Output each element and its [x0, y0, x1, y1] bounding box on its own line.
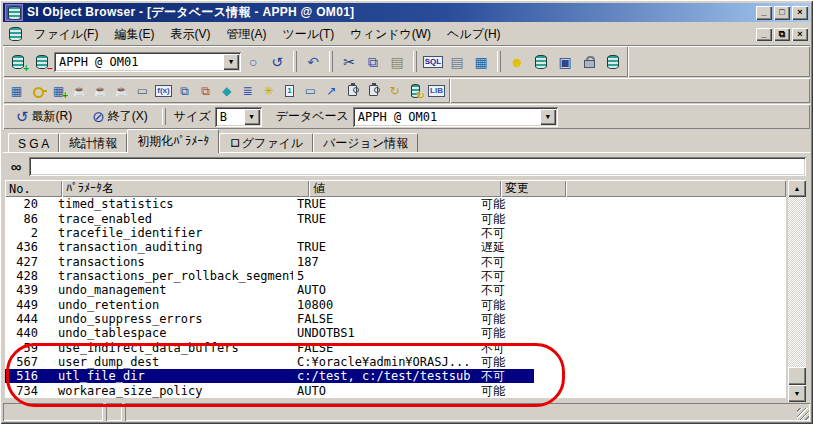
- column-header-0[interactable]: No.: [5, 180, 62, 197]
- sequence-number-button[interactable]: 1: [279, 80, 300, 101]
- column-header-2[interactable]: 値: [309, 180, 501, 197]
- window-compare-button[interactable]: ⧉: [195, 80, 216, 101]
- mdi-close-button[interactable]: ×: [792, 28, 808, 41]
- scrollbar-thumb[interactable]: [788, 367, 806, 385]
- column-header-3[interactable]: 変更: [501, 180, 566, 197]
- menu-item-0[interactable]: ファイル(F): [26, 24, 106, 45]
- copy-button[interactable]: ⧉: [361, 50, 385, 74]
- scroll-up-icon[interactable]: ▲: [788, 180, 806, 197]
- table-row[interactable]: 428transactions_per_rollback_segment5不可: [5, 269, 786, 283]
- db-link-button[interactable]: ↗: [321, 80, 342, 101]
- mdi-minimize-button[interactable]: _: [756, 28, 772, 41]
- table-row[interactable]: 516utl_file_dirc:/test, c:/test/testsub不…: [5, 369, 786, 383]
- rollback-button[interactable]: ↺: [265, 50, 289, 74]
- close-view-button[interactable]: ⊘ 終了(X): [86, 107, 154, 127]
- menu-item-4[interactable]: ツール(T): [274, 24, 342, 45]
- window-button[interactable]: ▭: [300, 80, 321, 101]
- table-button[interactable]: ▦: [6, 80, 27, 101]
- menu-item-2[interactable]: 表示(V): [162, 24, 218, 45]
- cut-button[interactable]: ✂: [337, 50, 361, 74]
- vertical-scrollbar[interactable]: ▲ ▼: [788, 180, 806, 402]
- sql-button[interactable]: SQL: [421, 50, 445, 74]
- window-list-button[interactable]: ⧉: [174, 80, 195, 101]
- lock-button[interactable]: [577, 50, 601, 74]
- package-button[interactable]: ☕: [111, 80, 132, 101]
- chevron-down-icon[interactable]: ▼: [244, 109, 260, 125]
- mdi-restore-button[interactable]: ⧉: [774, 28, 790, 41]
- database-combobox[interactable]: APPH @ OM01 ▼: [353, 107, 558, 127]
- minimize-button[interactable]: _: [756, 6, 772, 20]
- tab-4[interactable]: バージョン情報: [313, 133, 418, 153]
- column-header-1[interactable]: ﾊﾟﾗﾒｰﾀ名: [62, 180, 309, 197]
- mdi-document-icon[interactable]: [9, 27, 22, 41]
- menu-item-3[interactable]: 管理(A): [218, 24, 274, 45]
- search-input[interactable]: [29, 157, 806, 176]
- cell-ﾊﾟﾗﾒｰﾀ名: undo_retention: [54, 298, 293, 312]
- session-button[interactable]: ▣: [553, 50, 577, 74]
- function-button[interactable]: ☕: [90, 80, 111, 101]
- snapshot-log-button[interactable]: [363, 80, 384, 101]
- table-row[interactable]: 427transactions187不可: [5, 254, 786, 268]
- refresh-button[interactable]: ↺ 最新(R): [10, 107, 78, 127]
- paste-button[interactable]: ▤: [385, 50, 409, 74]
- key-button[interactable]: [27, 80, 48, 101]
- database-label: データベース: [276, 108, 349, 125]
- cell-変更: 不可: [477, 369, 534, 383]
- session-combobox[interactable]: APPH @ OM01▼: [54, 52, 241, 72]
- chevron-down-icon[interactable]: ▼: [223, 54, 239, 70]
- table-row[interactable]: 2tracefile_identifier不可: [5, 226, 786, 240]
- script-button[interactable]: ▤: [445, 50, 469, 74]
- table-row[interactable]: 86trace_enabledTRUE可能: [5, 211, 786, 225]
- sequence-button[interactable]: ✳: [258, 80, 279, 101]
- table-body: 20timed_statisticsTRUE可能86trace_enabledT…: [5, 197, 786, 398]
- synonym-button[interactable]: ◆: [216, 80, 237, 101]
- job-button[interactable]: ↻: [384, 80, 405, 101]
- database-button[interactable]: [529, 50, 553, 74]
- connect-database-badge-icon: +: [23, 64, 29, 74]
- status-circle-button[interactable]: ○: [241, 50, 265, 74]
- menu-item-1[interactable]: 編集(E): [106, 24, 162, 45]
- table-row[interactable]: 439undo_managementAUTO不可: [5, 283, 786, 297]
- size-combobox[interactable]: B ▼: [215, 107, 262, 127]
- storage-database-button[interactable]: [601, 50, 625, 74]
- scroll-down-icon[interactable]: ▼: [788, 385, 806, 402]
- menu-item-5[interactable]: ウィンドウ(W): [342, 24, 439, 45]
- status-circle-icon: ○: [249, 55, 257, 69]
- table-row[interactable]: 440undo_tablespaceUNDOTBS1可能: [5, 326, 786, 340]
- table-row[interactable]: 567user_dump_destC:¥oracle¥admin¥ORASJ..…: [5, 355, 786, 369]
- table-row[interactable]: 449undo_retention10800可能: [5, 298, 786, 312]
- menu-item-6[interactable]: ヘルプ(H): [439, 24, 509, 45]
- table-row[interactable]: 444undo_suppress_errorsFALSE可能: [5, 312, 786, 326]
- key-icon: [33, 87, 42, 95]
- snapshot-button[interactable]: [342, 80, 363, 101]
- procedure-button[interactable]: ☕: [69, 80, 90, 101]
- tab-3[interactable]: ログファイル: [219, 133, 313, 153]
- table-row[interactable]: 59use_indirect_data_buffersFALSE不可: [5, 341, 786, 355]
- separator: [497, 51, 501, 73]
- form-button[interactable]: ▭: [132, 80, 153, 101]
- cell-No.: 427: [5, 255, 54, 269]
- cell-値: 5: [293, 269, 477, 283]
- connect-database-button[interactable]: +: [6, 50, 30, 74]
- table-row[interactable]: 436transaction_auditingTRUE遅延: [5, 240, 786, 254]
- maximize-button[interactable]: □: [774, 6, 790, 20]
- search-binoculars-icon[interactable]: ∞: [5, 157, 27, 176]
- resize-grip[interactable]: [797, 408, 809, 420]
- close-button[interactable]: ×: [792, 6, 808, 20]
- tab-0[interactable]: S G A: [8, 133, 59, 153]
- table-row[interactable]: 734workarea_size_policyAUTO可能: [5, 384, 786, 398]
- function-def-button[interactable]: f(x): [153, 80, 174, 101]
- tab-1[interactable]: 統計情報: [59, 133, 127, 153]
- recycle-bin-button[interactable]: ↻: [405, 80, 426, 101]
- undo-button[interactable]: ↶: [301, 50, 325, 74]
- user-button[interactable]: ☻: [505, 50, 529, 74]
- disconnect-database-button[interactable]: −: [30, 50, 54, 74]
- chevron-down-icon[interactable]: ▼: [540, 109, 556, 125]
- table-row[interactable]: 20timed_statisticsTRUE可能: [5, 197, 786, 211]
- data-grid-button[interactable]: ▦: [469, 50, 493, 74]
- tree-button[interactable]: ≣: [237, 80, 258, 101]
- tab-2[interactable]: 初期化ﾊﾟﾗﾒｰﾀ: [127, 129, 219, 153]
- library-button[interactable]: LIB: [426, 80, 447, 101]
- cell-ﾊﾟﾗﾒｰﾀ名: trace_enabled: [54, 212, 293, 226]
- index-button[interactable]: ▦+: [48, 80, 69, 101]
